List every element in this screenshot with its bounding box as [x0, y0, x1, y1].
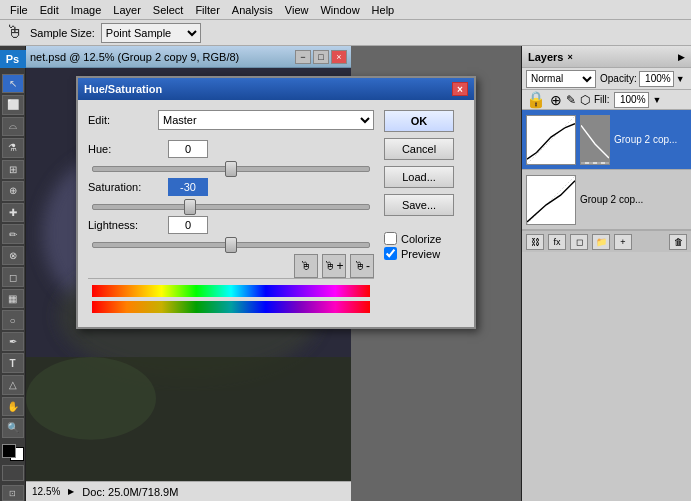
saturation-slider-track[interactable] — [92, 204, 370, 210]
tool-crop[interactable]: ⊞ — [2, 160, 24, 180]
saturation-value-input[interactable] — [168, 178, 208, 196]
tool-heal[interactable]: ✚ — [2, 203, 24, 223]
fill-label: Fill: — [594, 94, 610, 105]
tool-eyedropper[interactable]: ⊕ — [2, 181, 24, 201]
layer-item[interactable]: Group 2 cop... — [522, 170, 691, 230]
canvas-area[interactable]: net.psd @ 12.5% (Group 2 copy 9, RGB/8) … — [26, 46, 521, 501]
layer-thumbnail — [526, 115, 576, 165]
hue-slider-container — [88, 166, 374, 172]
shield-icon: ⬡ — [580, 93, 590, 107]
menu-filter[interactable]: Filter — [189, 2, 225, 18]
save-button[interactable]: Save... — [384, 194, 454, 216]
edit-select[interactable]: Master Reds Yellows Greens Cyans Blues M… — [158, 110, 374, 130]
layers-close-icon[interactable]: × — [567, 52, 572, 62]
opacity-arrow-icon[interactable]: ▼ — [676, 74, 685, 84]
layers-title: Layers — [528, 51, 563, 63]
tool-text[interactable]: T — [2, 353, 24, 373]
edit-label: Edit: — [88, 114, 158, 126]
saturation-row: Saturation: — [88, 178, 374, 196]
blend-mode-select[interactable]: Normal — [526, 70, 596, 88]
right-panel: Layers × ▶ Normal Opacity: ▼ 🔒 ⊕ — [521, 46, 691, 501]
sample-size-select[interactable]: Point Sample — [101, 23, 201, 43]
layers-panel-menu-icon[interactable]: ▶ — [678, 52, 685, 62]
tool-move[interactable]: ↖ — [2, 74, 24, 94]
left-toolbar: Ps ↖ ⬜ ⌓ ⚗ ⊞ ⊕ ✚ ✏ ⊗ ◻ ▦ ○ ✒ T △ ✋ 🔍 ⊡ — [0, 46, 26, 501]
menu-edit[interactable]: Edit — [34, 2, 65, 18]
hue-slider-thumb[interactable] — [225, 161, 237, 177]
add-style-btn[interactable]: fx — [548, 234, 566, 250]
colorize-checkbox[interactable] — [384, 232, 397, 245]
tool-lasso[interactable]: ⌓ — [2, 117, 24, 137]
eyedropper-btn[interactable]: 🖰 — [294, 254, 318, 278]
menu-layer[interactable]: Layer — [107, 2, 147, 18]
document-titlebar: net.psd @ 12.5% (Group 2 copy 9, RGB/8) … — [26, 46, 351, 68]
eyedropper-row: 🖰 🖰+ 🖰- — [88, 254, 374, 278]
layers-titlebar: Layers × ▶ — [522, 46, 691, 68]
menu-select[interactable]: Select — [147, 2, 190, 18]
opacity-input[interactable] — [639, 71, 674, 87]
hue-value-input[interactable] — [168, 140, 208, 158]
hue-slider-track[interactable] — [92, 166, 370, 172]
workspace: Ps ↖ ⬜ ⌓ ⚗ ⊞ ⊕ ✚ ✏ ⊗ ◻ ▦ ○ ✒ T △ ✋ 🔍 ⊡ n… — [0, 46, 691, 501]
move-icon: ⊕ — [550, 92, 562, 108]
doc-close-btn[interactable]: × — [331, 50, 347, 64]
menu-image[interactable]: Image — [65, 2, 108, 18]
tool-stamp[interactable]: ⊗ — [2, 246, 24, 266]
add-mask-btn[interactable]: ◻ — [570, 234, 588, 250]
lightness-value-input[interactable] — [168, 216, 208, 234]
sub-eyedropper-btn[interactable]: 🖰- — [350, 254, 374, 278]
menu-help[interactable]: Help — [366, 2, 401, 18]
preview-checkbox[interactable] — [384, 247, 397, 260]
dialog-close-btn[interactable]: × — [452, 82, 468, 96]
tool-dodge[interactable]: ○ — [2, 310, 24, 330]
delete-layer-btn[interactable]: 🗑 — [669, 234, 687, 250]
menu-file[interactable]: File — [4, 2, 34, 18]
opacity-label: Opacity: — [600, 73, 637, 84]
menu-window[interactable]: Window — [314, 2, 365, 18]
cancel-button[interactable]: Cancel — [384, 138, 454, 160]
hue-row: Hue: — [88, 140, 374, 158]
tool-wand[interactable]: ⚗ — [2, 138, 24, 158]
status-triangle[interactable]: ▶ — [68, 487, 74, 496]
lightness-slider-track[interactable] — [92, 242, 370, 248]
tool-brush[interactable]: ✏ — [2, 224, 24, 244]
add-eyedropper-btn[interactable]: 🖰+ — [322, 254, 346, 278]
link-layers-btn[interactable]: ⛓ — [526, 234, 544, 250]
saturation-slider-thumb[interactable] — [184, 199, 196, 215]
doc-minimize-btn[interactable]: − — [295, 50, 311, 64]
layers-tab[interactable]: Layers × — [528, 51, 573, 63]
fill-arrow-icon[interactable]: ▼ — [653, 95, 662, 105]
eyedropper-tool-icon: 🖰 — [6, 22, 24, 43]
sample-size-label: Sample Size: — [30, 27, 95, 39]
fill-input[interactable] — [614, 92, 649, 108]
lightness-slider-thumb[interactable] — [225, 237, 237, 253]
screen-mode-btn[interactable]: ⊡ — [2, 485, 24, 501]
tool-gradient[interactable]: ▦ — [2, 289, 24, 309]
tool-shape[interactable]: △ — [2, 375, 24, 395]
menu-analysis[interactable]: Analysis — [226, 2, 279, 18]
ok-button[interactable]: OK — [384, 110, 454, 132]
options-section: Colorize Preview — [384, 230, 464, 260]
layers-bottom: ⛓ fx ◻ 📁 + 🗑 — [522, 230, 691, 252]
document-controls: − □ × — [295, 50, 347, 64]
color-swatches[interactable] — [2, 444, 24, 462]
doc-maximize-btn[interactable]: □ — [313, 50, 329, 64]
tool-pen[interactable]: ✒ — [2, 332, 24, 352]
layer-item[interactable]: Group 2 cop... — [522, 110, 691, 170]
doc-info: Doc: 25.0M/718.9M — [82, 486, 178, 498]
new-group-btn[interactable]: 📁 — [592, 234, 610, 250]
tool-eraser[interactable]: ◻ — [2, 267, 24, 287]
dialog-titlebar[interactable]: Hue/Saturation × — [78, 78, 474, 100]
layers-options: Normal Opacity: ▼ — [522, 68, 691, 90]
lightness-label: Lightness: — [88, 219, 168, 231]
hue-saturation-dialog-overlay: Hue/Saturation × Edit: Master Reds Yello… — [76, 76, 476, 329]
quick-mask-btn[interactable] — [2, 465, 24, 481]
tool-hand[interactable]: ✋ — [2, 397, 24, 417]
menu-view[interactable]: View — [279, 2, 315, 18]
load-button[interactable]: Load... — [384, 166, 454, 188]
lightness-slider-container — [88, 242, 374, 248]
tool-selection[interactable]: ⬜ — [2, 95, 24, 115]
zoom-indicator: 12.5% — [32, 486, 60, 497]
tool-zoom[interactable]: 🔍 — [2, 418, 24, 438]
new-layer-btn[interactable]: + — [614, 234, 632, 250]
